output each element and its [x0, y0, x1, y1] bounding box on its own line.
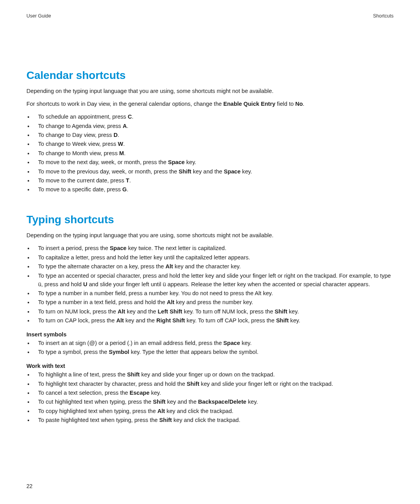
list-item: To move to a specific date, press G. [33, 186, 394, 194]
calendar-title: Calendar shortcuts [26, 69, 394, 82]
page: User Guide Shortcuts Calendar shortcuts … [0, 0, 420, 504]
list-item: To turn on CAP lock, press the Alt key a… [33, 317, 394, 325]
list-item: To type a number in a text field, press … [33, 298, 394, 307]
list-item: To change to Agenda view, press A. [33, 122, 394, 131]
list-item: To type an accented or special character… [33, 272, 394, 289]
work-with-text-heading: Work with text [26, 363, 394, 369]
calendar-intro-1: Depending on the typing input language t… [26, 87, 394, 95]
work-list: To highlight a line of text, press the S… [26, 371, 394, 425]
calendar-list: To schedule an appointment, press C. To … [26, 113, 394, 194]
page-header: User Guide Shortcuts [26, 13, 394, 19]
list-item: To move to the previous day, week, or mo… [33, 168, 394, 176]
list-item: To copy highlighted text when typing, pr… [33, 407, 394, 416]
list-item: To highlight a line of text, press the S… [33, 371, 394, 379]
list-item: To change to Month view, press M. [33, 149, 394, 158]
list-item: To insert an at sign (@) or a period (.)… [33, 339, 394, 348]
page-number: 22 [26, 483, 33, 489]
list-item: To paste highlighted text when typing, p… [33, 416, 394, 425]
list-item: To type a symbol, press the Symbol key. … [33, 348, 394, 357]
list-item: To move to the current date, press T. [33, 177, 394, 185]
list-item: To schedule an appointment, press C. [33, 113, 394, 121]
list-item: To insert a period, press the Space key … [33, 244, 394, 253]
symbols-list: To insert an at sign (@) or a period (.)… [26, 339, 394, 357]
list-item: To turn on NUM lock, press the Alt key a… [33, 308, 394, 316]
list-item: To change to Day view, press D. [33, 131, 394, 140]
list-item: To highlight text character by character… [33, 380, 394, 388]
list-item: To move to the next day, week, or month,… [33, 158, 394, 167]
list-item: To change to Week view, press W. [33, 140, 394, 149]
list-item: To cancel a text selection, press the Es… [33, 389, 394, 397]
typing-intro: Depending on the typing input language t… [26, 231, 394, 240]
typing-title: Typing shortcuts [26, 214, 394, 226]
typing-list: To insert a period, press the Space key … [26, 244, 394, 325]
list-item: To type the alternate character on a key… [33, 262, 394, 271]
insert-symbols-heading: Insert symbols [26, 331, 394, 338]
header-left: User Guide [26, 13, 51, 19]
list-item: To capitalize a letter, press and hold t… [33, 254, 394, 262]
header-right: Shortcuts [373, 13, 394, 19]
list-item: To cut highlighted text when typing, pre… [33, 398, 394, 406]
list-item: To type a number in a number field, pres… [33, 289, 394, 298]
calendar-intro-2: For shortcuts to work in Day view, in th… [26, 100, 394, 108]
